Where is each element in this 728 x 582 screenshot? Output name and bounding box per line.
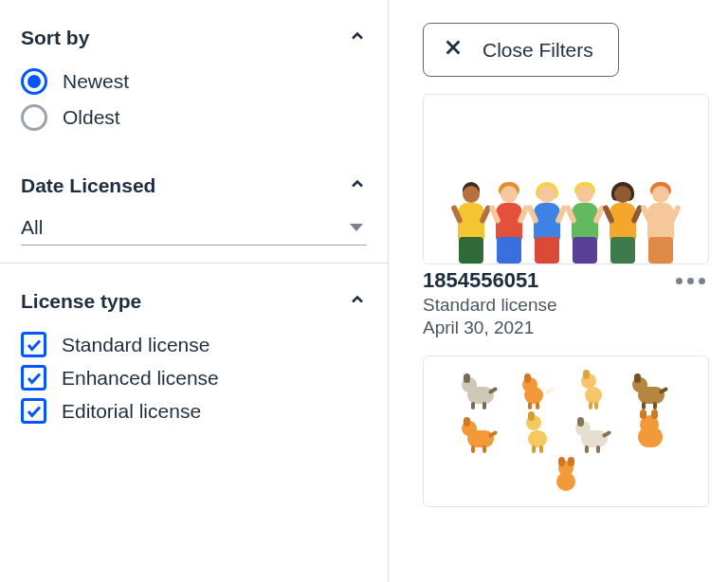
license-option-editorial[interactable]: Editorial license [21, 398, 367, 424]
asset-result: 1854556051 Standard license April 30, 20… [423, 94, 709, 338]
date-licensed-section: Date Licensed All [0, 148, 388, 263]
filter-sidebar: Sort by Newest Oldest Date Licensed All [0, 0, 389, 582]
date-licensed-title: Date Licensed [21, 174, 155, 197]
date-licensed-header[interactable]: Date Licensed [21, 174, 367, 197]
asset-thumbnail[interactable] [423, 94, 709, 264]
dot-icon [687, 278, 694, 284]
date-licensed-dropdown[interactable]: All [21, 216, 367, 246]
radio-selected-icon [21, 68, 47, 95]
dogs-illustration [424, 356, 708, 504]
checkbox-label: Standard license [62, 334, 209, 356]
sort-header[interactable]: Sort by [21, 27, 367, 49]
results-panel: Close Filters 1854556051 Standard licens… [389, 0, 728, 582]
license-option-standard[interactable]: Standard license [21, 332, 367, 357]
chevron-up-icon [348, 290, 367, 313]
license-option-enhanced[interactable]: Enhanced license [21, 365, 367, 391]
checkbox-label: Editorial license [62, 400, 201, 423]
radio-label: Oldest [63, 106, 120, 129]
checkbox-checked-icon [21, 398, 46, 424]
close-filters-button[interactable]: Close Filters [423, 23, 619, 77]
more-options-button[interactable] [672, 268, 709, 294]
chevron-up-icon [348, 174, 367, 197]
people-illustration [424, 182, 708, 264]
radio-unselected-icon [21, 104, 47, 131]
asset-result [423, 355, 709, 507]
sort-option-oldest[interactable]: Oldest [21, 104, 367, 131]
asset-date: April 30, 2021 [423, 318, 557, 338]
asset-thumbnail[interactable] [423, 355, 709, 507]
radio-label: Newest [63, 70, 129, 93]
sort-option-newest[interactable]: Newest [21, 68, 367, 95]
asset-meta: 1854556051 Standard license April 30, 20… [423, 268, 709, 338]
sort-radio-group: Newest Oldest [21, 68, 367, 131]
license-type-header[interactable]: License type [21, 290, 367, 313]
license-type-title: License type [21, 290, 141, 313]
dot-icon [676, 278, 682, 284]
license-checkbox-group: Standard license Enhanced license Editor… [21, 332, 367, 424]
close-icon [443, 37, 464, 63]
sort-section: Sort by Newest Oldest [0, 0, 388, 148]
asset-id: 1854556051 [423, 268, 557, 293]
checkbox-checked-icon [21, 365, 46, 391]
dropdown-value: All [21, 216, 43, 239]
checkbox-label: Enhanced license [62, 367, 219, 390]
close-filters-label: Close Filters [482, 39, 593, 62]
dot-icon [699, 278, 705, 284]
caret-down-icon [350, 224, 363, 231]
license-type-section: License type Standard license Enhanced l… [0, 263, 388, 441]
asset-meta-text: 1854556051 Standard license April 30, 20… [423, 268, 557, 338]
asset-license: Standard license [423, 295, 557, 316]
checkbox-checked-icon [21, 332, 46, 357]
sort-title: Sort by [21, 27, 89, 49]
chevron-up-icon [348, 27, 367, 49]
